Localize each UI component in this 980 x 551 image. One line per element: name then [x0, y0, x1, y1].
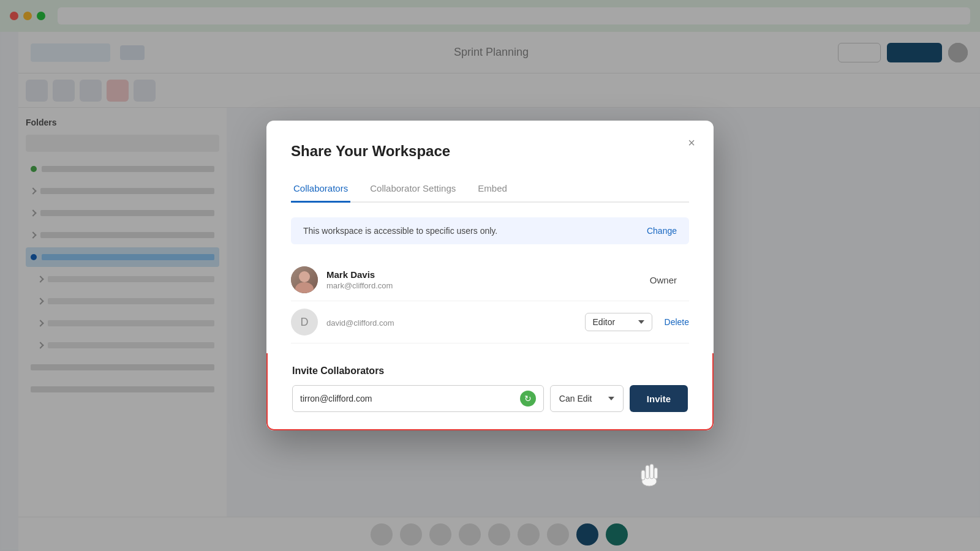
- david-info: david@clifford.com: [326, 317, 585, 328]
- invite-button[interactable]: Invite: [630, 385, 688, 412]
- tab-collaborator-settings[interactable]: Collaborator Settings: [368, 177, 458, 203]
- collaborator-row-david: D david@clifford.com Editor Delete: [291, 301, 689, 343]
- david-role-label: Editor: [593, 317, 616, 327]
- mark-role: Owner: [640, 275, 677, 285]
- invite-collaborators-section: Invite Collaborators ↻ Can Edit Invite: [266, 353, 714, 430]
- david-delete-button[interactable]: Delete: [665, 317, 689, 327]
- invite-email-wrapper: ↻: [292, 385, 544, 412]
- chevron-down-icon: [638, 320, 644, 324]
- modal-content: Share Your Workspace × Collaborators Col…: [266, 121, 714, 353]
- collaborator-row-mark: Mark Davis mark@clifford.com Owner: [291, 259, 689, 301]
- share-workspace-modal: Share Your Workspace × Collaborators Col…: [266, 121, 714, 430]
- permission-chevron-icon: [608, 397, 614, 400]
- mark-avatar: [291, 266, 318, 293]
- mark-name: Mark Davis: [326, 269, 640, 280]
- modal-tabs: Collaborators Collaborator Settings Embe…: [291, 177, 689, 203]
- permission-label: Can Edit: [559, 394, 592, 403]
- permission-dropdown[interactable]: Can Edit: [550, 385, 624, 412]
- mark-email: mark@clifford.com: [326, 281, 640, 290]
- mark-face: [291, 266, 318, 293]
- tab-collaborators[interactable]: Collaborators: [291, 177, 350, 203]
- mark-info: Mark Davis mark@clifford.com: [326, 269, 640, 290]
- refresh-icon[interactable]: ↻: [520, 391, 536, 407]
- invite-row: ↻ Can Edit Invite: [292, 385, 688, 412]
- collaborators-list: Mark Davis mark@clifford.com Owner D dav…: [291, 259, 689, 353]
- invite-email-input[interactable]: [300, 394, 520, 403]
- tab-embed[interactable]: Embed: [475, 177, 510, 203]
- access-info-text: This workspace is accessible to specific…: [303, 226, 497, 236]
- invite-section-title: Invite Collaborators: [292, 365, 688, 377]
- modal-close-button[interactable]: ×: [682, 133, 701, 152]
- david-email: david@clifford.com: [326, 318, 585, 328]
- david-avatar: D: [291, 309, 318, 335]
- change-access-link[interactable]: Change: [647, 226, 677, 236]
- access-info-banner: This workspace is accessible to specific…: [291, 217, 689, 244]
- david-role-dropdown[interactable]: Editor: [585, 313, 652, 331]
- modal-title: Share Your Workspace: [291, 143, 689, 160]
- david-initial: D: [301, 316, 309, 329]
